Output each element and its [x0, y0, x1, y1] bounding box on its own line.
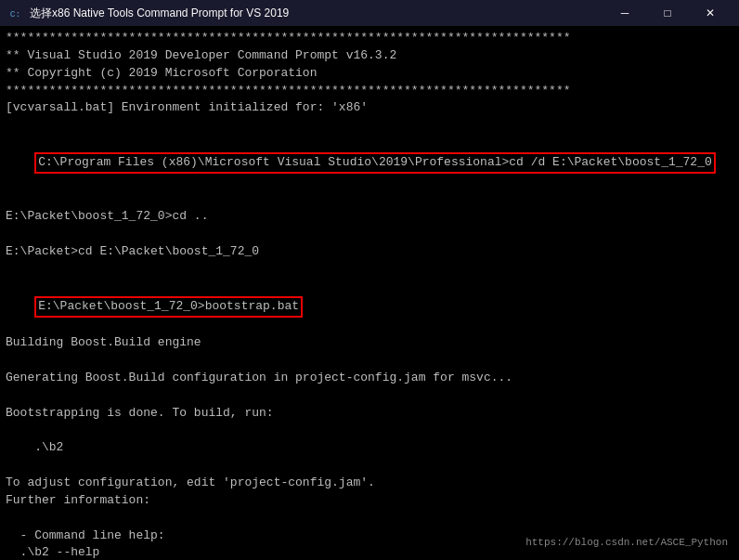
info-line-1: ** Visual Studio 2019 Developer Command …: [6, 47, 733, 65]
info-line-2: ** Copyright (c) 2019 Microsoft Corporat…: [6, 65, 733, 83]
title-bar-buttons: ─ □ ✕: [603, 0, 732, 26]
stars-line-2: ****************************************…: [6, 83, 733, 100]
cmd-line-1: C:\Program Files (x86)\Microsoft Visual …: [6, 135, 733, 191]
env-line: [vcvarsall.bat] Environment initialized …: [6, 99, 733, 117]
cmd-icon: C:: [7, 6, 22, 20]
out-line-1: Building Boost.Build engine: [6, 334, 733, 352]
blank-2: [6, 191, 733, 209]
svg-text:C:: C:: [10, 9, 21, 20]
minimize-button[interactable]: ─: [603, 0, 646, 26]
out-line-10: Further information:: [6, 492, 733, 510]
close-button[interactable]: ✕: [689, 0, 732, 26]
cmd-line-2: E:\Packet\boost_1_72_0>cd ..: [6, 208, 733, 226]
terminal: ****************************************…: [0, 26, 739, 560]
out-line-6: [6, 423, 733, 440]
out-line-7: .\b2: [6, 439, 733, 457]
out-line-4: [6, 387, 733, 405]
cmd-line-4: E:\Packet\boost_1_72_0>bootstrap.bat: [6, 279, 733, 335]
out-line-9: To adjust configuration, edit 'project-c…: [6, 475, 733, 492]
out-line-2: [6, 352, 733, 370]
out-line-11: [6, 510, 733, 527]
title-bar-text: 选择x86 Native Tools Command Prompt for VS…: [30, 6, 596, 21]
watermark: https://blog.csdn.net/ASCE_Python: [525, 536, 728, 551]
out-line-3: Generating Boost.Build configuration in …: [6, 370, 733, 387]
blank-1: [6, 117, 733, 135]
cmd4-highlight: E:\Packet\boost_1_72_0>bootstrap.bat: [34, 296, 303, 318]
title-bar[interactable]: C: 选择x86 Native Tools Command Prompt for…: [0, 0, 739, 26]
cmd1-highlight: C:\Program Files (x86)\Microsoft Visual …: [34, 152, 716, 174]
out-line-8: [6, 457, 733, 475]
stars-line: ****************************************…: [6, 30, 733, 47]
blank-3: [6, 226, 733, 243]
maximize-button[interactable]: □: [646, 0, 689, 26]
cmd-line-3: E:\Packet>cd E:\Packet\boost_1_72_0: [6, 243, 733, 261]
out-line-5: Bootstrapping is done. To build, run:: [6, 405, 733, 423]
blank-4: [6, 261, 733, 279]
